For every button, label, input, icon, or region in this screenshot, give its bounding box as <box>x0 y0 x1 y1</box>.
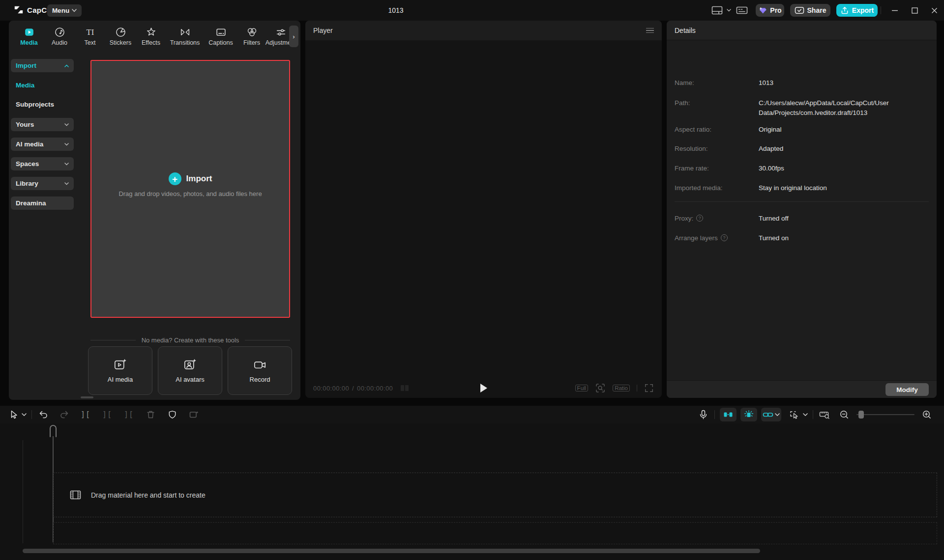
delete-right-icon[interactable]: ][ <box>120 407 137 422</box>
ai-avatars-button[interactable]: AI avatars <box>158 346 222 395</box>
close-button[interactable] <box>924 0 944 21</box>
import-title: Import <box>186 174 212 184</box>
help-icon[interactable]: ? <box>696 215 703 222</box>
layout-icon[interactable] <box>709 5 724 15</box>
help-icon[interactable]: ? <box>721 234 728 241</box>
modify-button[interactable]: Modify <box>885 383 929 396</box>
undo-icon[interactable] <box>35 407 52 422</box>
menu-button[interactable]: Menu <box>47 4 82 17</box>
ratio-badge[interactable]: Ratio <box>613 385 630 392</box>
sidebar-item-ai-media[interactable]: AI media <box>11 138 74 151</box>
tab-effects[interactable]: Effects <box>136 24 166 49</box>
detail-row-resolution: Resolution: Adapted <box>675 144 929 154</box>
player-controls-divider <box>637 385 637 392</box>
detail-row-frame-rate: Frame rate: 30.00fps <box>675 164 929 173</box>
tab-filters[interactable]: Filters <box>238 24 266 49</box>
import-hint: Drag and drop videos, photos, and audio … <box>118 190 262 197</box>
timecode: 00:00:00:00 / 00:00:00:00 <box>313 385 409 392</box>
preview-collision-toggle-icon[interactable] <box>740 408 757 421</box>
voiceover-mic-icon[interactable] <box>695 407 711 422</box>
sidebar-item-dreamina[interactable]: Dreamina <box>11 196 74 210</box>
zoom-out-icon[interactable] <box>836 407 853 422</box>
select-cursor-icon[interactable] <box>7 407 20 422</box>
timeline-scrollbar[interactable] <box>23 549 760 553</box>
sidebar-item-library[interactable]: Library <box>11 177 74 190</box>
tab-adjustment[interactable]: Adjustment <box>266 24 292 49</box>
tab-captions[interactable]: Captions <box>204 24 238 49</box>
snap-magnet-toggle-icon[interactable] <box>720 408 737 421</box>
share-button[interactable]: Share <box>790 4 830 17</box>
chevron-down-icon <box>72 9 77 12</box>
cursor-mode-chevron-icon[interactable] <box>20 407 29 422</box>
mirror-preview-icon[interactable] <box>401 385 409 391</box>
export-button[interactable]: Export <box>836 4 878 17</box>
capcut-window: CapCut Menu 1013 <box>0 0 944 560</box>
detail-row-aspect-ratio: Aspect ratio: Original <box>675 125 929 135</box>
redo-icon[interactable] <box>56 407 72 422</box>
timeline-empty-track[interactable] <box>53 522 937 544</box>
export-frame-icon[interactable] <box>185 407 202 422</box>
auto-select-chevron-icon[interactable] <box>801 407 810 422</box>
record-button[interactable]: Record <box>228 346 292 395</box>
timeline-drop-zone[interactable]: Drag material here and start to create <box>53 473 937 517</box>
sidebar-item-import[interactable]: Import <box>11 59 74 72</box>
stickers-tab-icon <box>115 27 126 38</box>
chevron-down-icon <box>64 143 69 146</box>
tab-audio[interactable]: Audio <box>44 24 75 49</box>
chevron-down-icon <box>64 163 69 166</box>
playhead-marker[interactable] <box>49 424 57 437</box>
split-icon[interactable]: ][ <box>77 407 94 422</box>
sidebar-item-yours[interactable]: Yours <box>11 118 74 131</box>
delete-left-icon[interactable]: ][ <box>99 407 116 422</box>
media-panel: Media Audio TI Text <box>9 21 300 400</box>
window-title: 1013 <box>388 6 403 14</box>
time-current: 00:00:00:00 <box>313 385 349 392</box>
zoom-in-icon[interactable] <box>918 407 935 422</box>
full-screen-quality-badge[interactable]: Full <box>575 385 589 392</box>
tabs-expand-button[interactable]: › <box>289 26 298 47</box>
sidebar-item-subprojects[interactable]: Subprojects <box>11 98 74 111</box>
player-menu-icon[interactable] <box>646 28 654 33</box>
media-panel-scrollbar[interactable] <box>81 396 93 398</box>
ai-avatars-icon <box>183 358 197 371</box>
tab-text[interactable]: TI Text <box>75 24 105 49</box>
sidebar-item-spaces[interactable]: Spaces <box>11 157 74 170</box>
adjustment-tab-icon <box>275 27 287 38</box>
fullscreen-expand-icon[interactable] <box>644 383 654 393</box>
pro-button[interactable]: Pro <box>756 4 784 17</box>
tab-stickers[interactable]: Stickers <box>105 24 136 49</box>
record-camera-icon <box>253 358 266 371</box>
timeline-zoom-slider[interactable] <box>856 414 914 415</box>
tools-divider: No media? Create with these tools <box>90 335 290 345</box>
layout-chevron-icon[interactable] <box>724 9 733 12</box>
title-bar: CapCut Menu 1013 <box>0 0 944 21</box>
time-total: 00:00:00:00 <box>357 385 393 392</box>
maximize-button[interactable] <box>905 0 924 21</box>
svg-text:TI: TI <box>86 28 94 37</box>
tab-media[interactable]: Media <box>14 24 44 49</box>
details-divider <box>675 201 929 202</box>
auto-select-track-icon[interactable] <box>787 407 801 422</box>
mask-shield-icon[interactable] <box>164 407 180 422</box>
capcut-logo-icon <box>14 5 24 15</box>
toolbar-divider <box>714 410 715 419</box>
timeline-ruler-icon[interactable] <box>816 407 833 422</box>
play-button[interactable] <box>480 384 487 392</box>
minimize-button[interactable] <box>885 0 905 21</box>
track-header-divider <box>23 440 23 543</box>
import-drop-area[interactable]: + Import Drag and drop videos, photos, a… <box>90 60 290 318</box>
link-clips-toggle[interactable] <box>761 408 781 421</box>
pro-gem-icon <box>758 6 767 15</box>
delete-icon[interactable] <box>142 407 159 422</box>
ai-media-button[interactable]: AI media <box>88 346 152 395</box>
zoom-fit-icon[interactable] <box>595 383 606 393</box>
zoom-slider-handle[interactable] <box>858 411 864 419</box>
tab-transitions[interactable]: Transitions <box>166 24 204 49</box>
sidebar-item-media[interactable]: Media <box>11 79 74 92</box>
player-panel: Player 00:00:00:00 / 00:00:00:00 Full Ra… <box>305 21 662 398</box>
keyboard-shortcuts-icon[interactable] <box>733 5 751 15</box>
details-footer: Modify <box>667 380 937 398</box>
toolbar-divider <box>31 410 32 419</box>
asset-tab-bar: Media Audio TI Text <box>9 21 300 51</box>
timeline-area[interactable]: Drag material here and start to create <box>0 423 944 560</box>
